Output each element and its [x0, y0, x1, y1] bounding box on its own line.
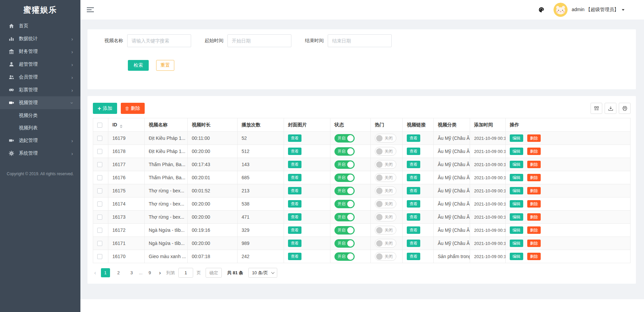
delete-row-button[interactable]: 删除 — [527, 253, 541, 260]
start-date-input[interactable] — [227, 34, 291, 47]
view-cover-button[interactable]: 查看 — [288, 134, 301, 142]
hot-toggle-off[interactable]: 关闭 — [375, 147, 396, 156]
sidebar-item-superadmin[interactable]: 超管管理 › — [0, 58, 80, 71]
goto-confirm-button[interactable]: 确定 — [206, 268, 222, 278]
sidebar-item-concubine-management[interactable]: 选妃管理 › — [0, 134, 80, 147]
sidebar-item-members[interactable]: 会员管理 › — [0, 71, 80, 84]
theme-palette-icon[interactable] — [538, 7, 544, 13]
view-link-button[interactable]: 查看 — [407, 200, 420, 208]
hot-toggle-off[interactable]: 关闭 — [375, 213, 396, 221]
hot-toggle-off[interactable]: 关闭 — [375, 239, 396, 248]
print-button[interactable] — [619, 103, 631, 114]
toggle-columns-button[interactable] — [591, 103, 602, 114]
view-cover-button[interactable]: 查看 — [288, 213, 301, 221]
edit-button[interactable]: 编辑 — [510, 187, 523, 194]
hot-toggle-off[interactable]: 关闭 — [375, 160, 396, 169]
delete-row-button[interactable]: 删除 — [527, 200, 541, 208]
view-link-button[interactable]: 查看 — [407, 134, 420, 142]
sidebar-subitem-video-category[interactable]: 视频分类 — [0, 109, 80, 122]
view-cover-button[interactable]: 查看 — [288, 148, 301, 155]
delete-row-button[interactable]: 删除 — [527, 174, 541, 181]
hamburger-menu-icon[interactable] — [87, 6, 94, 13]
row-checkbox[interactable] — [97, 136, 102, 141]
view-link-button[interactable]: 查看 — [407, 161, 420, 168]
edit-button[interactable]: 编辑 — [510, 240, 523, 247]
goto-page-input[interactable] — [178, 268, 193, 278]
hot-toggle-off[interactable]: 关闭 — [375, 226, 396, 235]
delete-row-button[interactable]: 删除 — [527, 240, 541, 247]
status-toggle-on[interactable]: 开启 — [334, 252, 355, 261]
page-button-3[interactable]: 3 — [127, 268, 136, 277]
sidebar-item-video-management[interactable]: 视频管理 › — [0, 96, 80, 109]
view-cover-button[interactable]: 查看 — [288, 200, 301, 208]
page-button-9[interactable]: 9 — [145, 268, 154, 277]
bulk-delete-button[interactable]: 删除 — [121, 103, 145, 114]
row-checkbox[interactable] — [97, 188, 102, 193]
sidebar-item-system[interactable]: 系统管理 › — [0, 147, 80, 160]
row-checkbox[interactable] — [97, 228, 102, 233]
status-toggle-on[interactable]: 开启 — [334, 147, 355, 156]
delete-row-button[interactable]: 删除 — [527, 226, 541, 234]
page-button-2[interactable]: 2 — [114, 268, 123, 277]
view-cover-button[interactable]: 查看 — [288, 187, 301, 194]
sort-icon[interactable] — [120, 125, 122, 128]
page-size-select[interactable]: 10 条/页 — [248, 268, 277, 278]
end-date-input[interactable] — [328, 34, 392, 47]
status-toggle-on[interactable]: 开启 — [334, 160, 355, 169]
select-all-checkbox[interactable] — [97, 123, 102, 128]
view-link-button[interactable]: 查看 — [407, 226, 420, 234]
hot-toggle-off[interactable]: 关闭 — [375, 199, 396, 208]
row-checkbox[interactable] — [97, 162, 102, 167]
add-button[interactable]: + 添加 — [93, 103, 117, 114]
row-checkbox[interactable] — [97, 201, 102, 207]
view-link-button[interactable]: 查看 — [407, 213, 420, 221]
view-cover-button[interactable]: 查看 — [288, 240, 301, 247]
view-cover-button[interactable]: 查看 — [288, 174, 301, 181]
view-cover-button[interactable]: 查看 — [288, 253, 301, 260]
edit-button[interactable]: 编辑 — [510, 213, 523, 221]
view-link-button[interactable]: 查看 — [407, 174, 420, 181]
status-toggle-on[interactable]: 开启 — [334, 200, 355, 208]
view-link-button[interactable]: 查看 — [407, 240, 420, 247]
edit-button[interactable]: 编辑 — [510, 226, 523, 234]
row-checkbox[interactable] — [97, 175, 102, 180]
hot-toggle-off[interactable]: 关闭 — [375, 252, 396, 261]
view-link-button[interactable]: 查看 — [407, 253, 420, 260]
sidebar-item-lottery[interactable]: 彩票管理 › — [0, 84, 80, 96]
next-page-button[interactable]: › — [159, 270, 161, 276]
status-toggle-on[interactable]: 开启 — [334, 134, 355, 143]
prev-page-button[interactable]: ‹ — [94, 270, 96, 276]
reset-button[interactable]: 重置 — [156, 60, 174, 71]
view-cover-button[interactable]: 查看 — [288, 161, 301, 168]
export-button[interactable] — [605, 103, 616, 114]
edit-button[interactable]: 编辑 — [510, 161, 523, 168]
edit-button[interactable]: 编辑 — [510, 200, 523, 208]
sidebar-item-finance[interactable]: 财务管理 › — [0, 45, 80, 58]
delete-row-button[interactable]: 删除 — [527, 213, 541, 221]
edit-button[interactable]: 编辑 — [510, 253, 523, 260]
page-button-1[interactable]: 1 — [101, 268, 110, 277]
user-avatar[interactable] — [553, 3, 568, 17]
row-checkbox[interactable] — [97, 149, 102, 154]
edit-button[interactable]: 编辑 — [510, 174, 523, 181]
delete-row-button[interactable]: 删除 — [527, 148, 541, 155]
hot-toggle-off[interactable]: 关闭 — [375, 134, 396, 143]
delete-row-button[interactable]: 删除 — [527, 134, 541, 142]
row-checkbox[interactable] — [97, 215, 102, 220]
sidebar-item-statistics[interactable]: 数据统计 › — [0, 32, 80, 45]
status-toggle-on[interactable]: 开启 — [334, 174, 355, 182]
row-checkbox[interactable] — [97, 254, 102, 259]
edit-button[interactable]: 编辑 — [510, 134, 523, 142]
user-dropdown[interactable]: admin 【超级管理员】 — [572, 7, 624, 13]
edit-button[interactable]: 编辑 — [510, 148, 523, 155]
status-toggle-on[interactable]: 开启 — [334, 187, 355, 195]
row-checkbox[interactable] — [97, 241, 102, 246]
hot-toggle-off[interactable]: 关闭 — [375, 186, 396, 195]
view-link-button[interactable]: 查看 — [407, 187, 420, 194]
sidebar-item-home[interactable]: 首页 — [0, 20, 80, 32]
video-name-input[interactable] — [127, 34, 191, 47]
view-cover-button[interactable]: 查看 — [288, 226, 301, 234]
search-button[interactable]: 检索 — [128, 60, 149, 71]
view-link-button[interactable]: 查看 — [407, 148, 420, 155]
sidebar-subitem-video-list[interactable]: 视频列表 — [0, 122, 80, 134]
